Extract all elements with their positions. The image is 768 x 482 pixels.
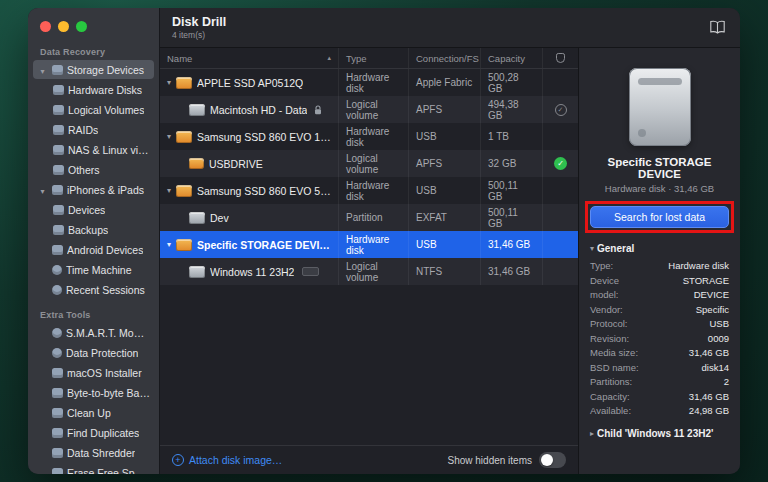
sidebar-item-backups[interactable]: Backups bbox=[33, 220, 154, 239]
sidebar-item-devices[interactable]: Devices bbox=[33, 200, 154, 219]
window-title: Disk Drill bbox=[172, 15, 226, 29]
disk-icon bbox=[176, 185, 192, 197]
sidebar-item-smart-monitoring[interactable]: S.M.A.R.T. Monitoring bbox=[33, 323, 154, 342]
sidebar-item-label: Time Machine bbox=[66, 264, 132, 276]
chevron-down-icon[interactable] bbox=[167, 78, 171, 87]
sidebar-item-data-protection[interactable]: Data Protection bbox=[33, 343, 154, 362]
iphone-icon bbox=[52, 185, 63, 195]
sidebar-item-label: Hardware Disks bbox=[68, 84, 142, 96]
column-header-status[interactable] bbox=[542, 48, 578, 68]
sidebar-item-label: iPhones & iPads bbox=[67, 184, 144, 196]
sidebar-item-data-shredder[interactable]: Data Shredder bbox=[33, 443, 154, 462]
table-row[interactable]: Samsung SSD 860 EVO 500G Hardware disk U… bbox=[160, 177, 578, 204]
table-footer: Attach disk image… Show hidden items bbox=[160, 445, 578, 474]
table-row[interactable]: APPLE SSD AP0512Q Hardware disk Apple Fa… bbox=[160, 69, 578, 96]
sidebar-item-raids[interactable]: RAIDs bbox=[33, 120, 154, 139]
detail-field: Device model:STORAGE DEVICE bbox=[590, 274, 729, 303]
sidebar-item-find-duplicates[interactable]: Find Duplicates bbox=[33, 423, 154, 442]
device-table: Name ▴ Type Connection/FS Capacity APP bbox=[160, 48, 578, 474]
usb-drive-icon bbox=[189, 158, 204, 169]
sidebar-item-label: Android Devices bbox=[67, 244, 143, 256]
sidebar-section-extra-tools: Extra Tools bbox=[40, 310, 147, 320]
sidebar-item-byte-to-byte-backup[interactable]: Byte-to-byte Backup bbox=[33, 383, 154, 402]
sidebar-item-android-devices[interactable]: Android Devices bbox=[33, 240, 154, 259]
status-check-outline-icon bbox=[555, 104, 567, 116]
table-row[interactable]: Macintosh HD - Data Logical volume APFS … bbox=[160, 96, 578, 123]
chevron-down-icon[interactable] bbox=[40, 67, 44, 76]
column-header-type[interactable]: Type bbox=[338, 48, 408, 68]
table-row-selected[interactable]: Specific STORAGE DEVICE Hardware disk US… bbox=[160, 231, 578, 258]
sidebar-item-nas-linux-ssh[interactable]: NAS & Linux via SSH bbox=[33, 140, 154, 159]
sidebar-item-label: S.M.A.R.T. Monitoring bbox=[66, 327, 150, 339]
sidebar-item-logical-volumes[interactable]: Logical Volumes bbox=[33, 100, 154, 119]
sidebar-item-label: Devices bbox=[68, 204, 105, 216]
zoom-button[interactable] bbox=[76, 21, 87, 32]
device-summary: Hardware disk · 31,46 GB bbox=[579, 183, 740, 194]
general-section-header[interactable]: General bbox=[590, 243, 729, 254]
recovery-guide-book-icon[interactable] bbox=[709, 20, 726, 35]
chevron-down-icon[interactable] bbox=[167, 240, 171, 249]
status-check-green-icon bbox=[554, 157, 567, 170]
plus-icon bbox=[172, 454, 184, 466]
close-button[interactable] bbox=[40, 21, 51, 32]
recent-sessions-icon bbox=[52, 285, 62, 295]
sort-ascending-icon: ▴ bbox=[327, 54, 331, 62]
sidebar: Data Recovery Storage Devices Hardware D… bbox=[28, 8, 160, 474]
titlebar: Disk Drill 4 item(s) bbox=[160, 8, 740, 48]
sidebar-item-recent-sessions[interactable]: Recent Sessions bbox=[33, 280, 154, 299]
detail-field: Type:Hardware disk bbox=[590, 259, 729, 274]
backup-icon bbox=[53, 225, 64, 235]
others-icon bbox=[53, 165, 64, 175]
sidebar-item-label: Data Protection bbox=[66, 347, 138, 359]
chevron-down-icon[interactable] bbox=[40, 187, 44, 196]
chevron-down-icon[interactable] bbox=[167, 132, 171, 141]
external-drive-icon bbox=[629, 68, 691, 146]
sidebar-item-label: RAIDs bbox=[68, 124, 98, 136]
sidebar-item-clean-up[interactable]: Clean Up bbox=[33, 403, 154, 422]
data-shredder-icon bbox=[52, 448, 63, 458]
minimize-button[interactable] bbox=[58, 21, 69, 32]
sidebar-item-time-machine[interactable]: Time Machine bbox=[33, 260, 154, 279]
sidebar-item-label: Logical Volumes bbox=[68, 104, 144, 116]
details-panel: Specific STORAGE DEVICE Hardware disk · … bbox=[578, 48, 740, 474]
table-row[interactable]: USBDRIVE Logical volume APFS 32 GB bbox=[160, 150, 578, 177]
show-hidden-items-toggle[interactable] bbox=[539, 452, 566, 468]
sidebar-item-hardware-disks[interactable]: Hardware Disks bbox=[33, 80, 154, 99]
sidebar-item-macos-installer[interactable]: macOS Installer bbox=[33, 363, 154, 382]
table-row[interactable]: Windows 11 23H2 Logical volume NTFS 31,4… bbox=[160, 258, 578, 285]
attach-disk-image-link[interactable]: Attach disk image… bbox=[172, 454, 282, 466]
items-count: 4 item(s) bbox=[172, 30, 226, 40]
hard-disk-icon bbox=[53, 85, 64, 95]
chevron-right-icon bbox=[590, 429, 594, 438]
table-row[interactable]: Samsung SSD 860 EVO 1TB Hardware disk US… bbox=[160, 123, 578, 150]
search-for-lost-data-button[interactable]: Search for lost data bbox=[590, 206, 729, 228]
sidebar-item-others[interactable]: Others bbox=[33, 160, 154, 179]
shield-outline-icon bbox=[556, 53, 565, 63]
sidebar-item-label: NAS & Linux via SSH bbox=[68, 144, 150, 156]
sidebar-section-data-recovery: Data Recovery bbox=[40, 47, 147, 57]
lock-icon bbox=[314, 105, 322, 115]
shield-icon bbox=[52, 348, 62, 358]
window-controls bbox=[28, 8, 159, 36]
volume-icon bbox=[189, 266, 205, 278]
column-header-name[interactable]: Name ▴ bbox=[160, 48, 338, 68]
column-header-capacity[interactable]: Capacity bbox=[480, 48, 542, 68]
sidebar-item-label: Erase Free Space bbox=[67, 467, 150, 475]
disk-icon bbox=[176, 239, 192, 251]
sidebar-item-label: Find Duplicates bbox=[67, 427, 139, 439]
chevron-down-icon bbox=[590, 244, 594, 253]
find-duplicates-icon bbox=[52, 428, 63, 438]
logical-volume-icon bbox=[53, 105, 64, 115]
sidebar-item-label: Data Shredder bbox=[67, 447, 135, 459]
table-row[interactable]: Dev Partition EXFAT 500,11 GB bbox=[160, 204, 578, 231]
detail-field: Media size:31,46 GB bbox=[590, 346, 729, 361]
sidebar-item-label: Backups bbox=[68, 224, 108, 236]
sidebar-item-iphones-ipads[interactable]: iPhones & iPads bbox=[33, 180, 154, 199]
child-section-header[interactable]: Child 'Windows 11 23H2' bbox=[590, 428, 729, 439]
column-header-connection[interactable]: Connection/FS bbox=[408, 48, 480, 68]
sidebar-item-erase-free-space[interactable]: Erase Free Space bbox=[33, 463, 154, 474]
chevron-down-icon[interactable] bbox=[167, 186, 171, 195]
clean-up-icon bbox=[52, 408, 63, 418]
sidebar-item-storage-devices[interactable]: Storage Devices bbox=[33, 60, 154, 79]
detail-field: Capacity:31,46 GB bbox=[590, 390, 729, 405]
